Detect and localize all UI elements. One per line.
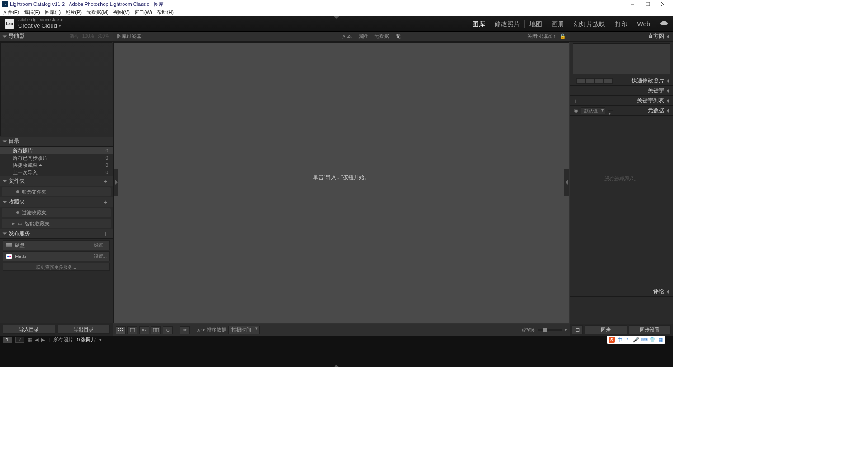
module-slideshow[interactable]: 幻灯片放映 — [569, 20, 610, 28]
menu-file[interactable]: 文件(F) — [3, 9, 19, 16]
filter-preset-dropdown[interactable]: 关闭过滤器 — [527, 33, 552, 40]
smart-collections[interactable]: ▶▭智能收藏夹 — [2, 219, 111, 228]
cloud-sync-icon[interactable] — [660, 20, 668, 28]
comments-header[interactable]: 评论 — [570, 287, 673, 297]
folders-add-icon[interactable]: +. — [104, 178, 109, 185]
menu-metadata[interactable]: 元数据(M) — [86, 9, 109, 16]
sort-dropdown[interactable]: 拍摄时间 — [228, 326, 260, 334]
filmstrip-info-bar: 1 2 ▦ ◀ ▶ | 所有照片 0 张照片 ▾ — [0, 336, 673, 344]
filter-text[interactable]: 文本 — [342, 33, 352, 40]
minimize-button[interactable] — [625, 0, 640, 8]
sync-settings-button[interactable]: 同步设置 — [629, 325, 671, 334]
ime-toolbar[interactable]: S 中 °, 🎤 ⌨ 👕 ▦ — [607, 336, 665, 344]
ime-punct-icon[interactable]: °, — [625, 337, 631, 343]
menu-help[interactable]: 帮助(H) — [157, 9, 174, 16]
metadata-set-dropdown[interactable] — [608, 110, 613, 111]
nav-forward-icon[interactable]: ▶ — [41, 337, 45, 343]
catalog-item-synced[interactable]: 所有已同步照片0 — [0, 154, 113, 161]
filter-lock-icon[interactable]: 🔒 — [560, 33, 566, 39]
module-map[interactable]: 地图 — [524, 20, 547, 28]
module-web[interactable]: Web — [632, 20, 655, 28]
menu-edit[interactable]: 编辑(E) — [24, 9, 40, 16]
nav-300[interactable]: 300% — [97, 33, 109, 40]
keywording-header[interactable]: 关键字 — [570, 86, 673, 96]
publish-add-icon[interactable]: +. — [104, 230, 109, 237]
publish-service-harddrive[interactable]: 硬盘 设置... — [3, 240, 110, 250]
metadata-header[interactable]: ◉默认值 元数据 — [570, 106, 673, 116]
publish-find-more[interactable]: 联机查找更多服务... — [3, 263, 110, 271]
sync-toggle-icon[interactable]: ⊟ — [572, 325, 583, 334]
menu-view[interactable]: 视图(V) — [113, 9, 130, 16]
menu-library[interactable]: 图库(L) — [45, 9, 61, 16]
filter-attribute[interactable]: 属性 — [358, 33, 368, 40]
empty-import-message: 单击"导入..."按钮开始。 — [313, 173, 370, 181]
keyword-add-icon[interactable]: + — [574, 97, 577, 104]
grid-icon[interactable]: ▦ — [28, 337, 32, 343]
folders-header[interactable]: 文件夹 +. — [0, 176, 113, 186]
toolbar-more-icon[interactable]: ▾ — [565, 327, 567, 332]
publish-service-flickr[interactable]: Flickr 设置... — [3, 251, 110, 261]
expand-right-icon[interactable] — [564, 169, 569, 196]
filter-none[interactable]: 无 — [396, 33, 401, 40]
ime-keyboard-icon[interactable]: ⌨ — [641, 337, 647, 343]
navigator-header[interactable]: 导航器 适合 100% 300% — [0, 32, 113, 42]
module-develop[interactable]: 修改照片 — [490, 20, 524, 28]
filmstrip[interactable] — [0, 344, 673, 367]
view-loupe-icon[interactable] — [127, 326, 137, 334]
module-library[interactable]: 图库 — [468, 20, 490, 28]
disclosure-triangle-icon — [3, 180, 7, 182]
module-print[interactable]: 打印 — [610, 20, 632, 28]
import-button[interactable]: 导入目录 — [3, 325, 55, 334]
ime-voice-icon[interactable]: 🎤 — [633, 337, 639, 343]
view-survey-icon[interactable] — [151, 326, 161, 334]
ime-menu-icon[interactable]: ▦ — [657, 337, 664, 343]
sort-direction-icon[interactable]: a↑z — [197, 327, 205, 333]
module-book[interactable]: 画册 — [547, 20, 569, 28]
close-button[interactable] — [656, 0, 671, 8]
source-path[interactable]: 所有照片 — [53, 337, 73, 343]
quick-develop-header[interactable]: 快速修改照片 — [570, 76, 673, 86]
export-button[interactable]: 导出目录 — [58, 325, 110, 334]
collapse-top-icon[interactable] — [333, 16, 340, 19]
collections-filter-input[interactable]: 过滤收藏夹 — [2, 208, 111, 217]
keyword-list-header[interactable]: +关键字列表 — [570, 96, 673, 106]
menu-window[interactable]: 窗口(W) — [134, 9, 152, 16]
catalog-header[interactable]: 目录 — [0, 137, 113, 147]
window-1[interactable]: 1 — [3, 337, 12, 343]
publish-setup-link[interactable]: 设置... — [94, 242, 107, 248]
collections-add-icon[interactable]: +. — [104, 199, 109, 206]
sync-button[interactable]: 同步 — [585, 325, 627, 334]
histogram-header[interactable]: 直方图 — [570, 32, 673, 42]
view-compare-icon[interactable]: XY — [139, 326, 149, 334]
catalog-item-all-photos[interactable]: 所有照片0 — [0, 147, 113, 154]
window-2[interactable]: 2 — [15, 337, 24, 343]
disclosure-triangle-icon — [3, 35, 7, 38]
view-grid-icon[interactable] — [116, 326, 126, 334]
maximize-button[interactable] — [640, 0, 656, 8]
catalog-item-quick[interactable]: 快捷收藏夹 +0 — [0, 161, 113, 169]
ime-skin-icon[interactable]: 👕 — [649, 337, 656, 343]
collections-header[interactable]: 收藏夹 +. — [0, 197, 113, 207]
eye-icon[interactable]: ◉ — [574, 108, 578, 114]
painter-icon[interactable]: ✏ — [180, 326, 190, 334]
folders-filter-input[interactable]: 筛选文件夹 — [2, 187, 111, 196]
chevron-right-icon: ▶ — [12, 221, 15, 226]
catalog-item-last-import[interactable]: 上一次导入0 — [0, 169, 113, 176]
collapse-bottom-icon[interactable] — [333, 365, 340, 367]
library-filter-bar: 图库过滤器: 文本 属性 元数据 无 关闭过滤器 ⁞ 🔒 — [113, 32, 570, 42]
metadata-preset-dropdown[interactable]: 默认值 — [581, 107, 605, 114]
ime-mode[interactable]: 中 — [617, 337, 623, 343]
thumbnail-size-slider[interactable] — [538, 329, 562, 331]
view-people-icon[interactable]: ☺ — [163, 326, 173, 334]
disclosure-triangle-icon — [3, 232, 7, 235]
nav-fit[interactable]: 适合 — [70, 33, 79, 40]
brand-line2[interactable]: Creative Cloud▾ — [18, 23, 63, 29]
publish-header[interactable]: 发布服务 +. — [0, 229, 113, 239]
disclosure-triangle-icon — [667, 34, 669, 39]
nav-100[interactable]: 100% — [82, 33, 94, 40]
expand-left-icon[interactable] — [114, 169, 118, 196]
nav-back-icon[interactable]: ◀ — [35, 337, 38, 343]
filter-metadata[interactable]: 元数据 — [374, 33, 389, 40]
publish-setup-link[interactable]: 设置... — [94, 253, 107, 260]
menu-photo[interactable]: 照片(P) — [65, 9, 82, 16]
